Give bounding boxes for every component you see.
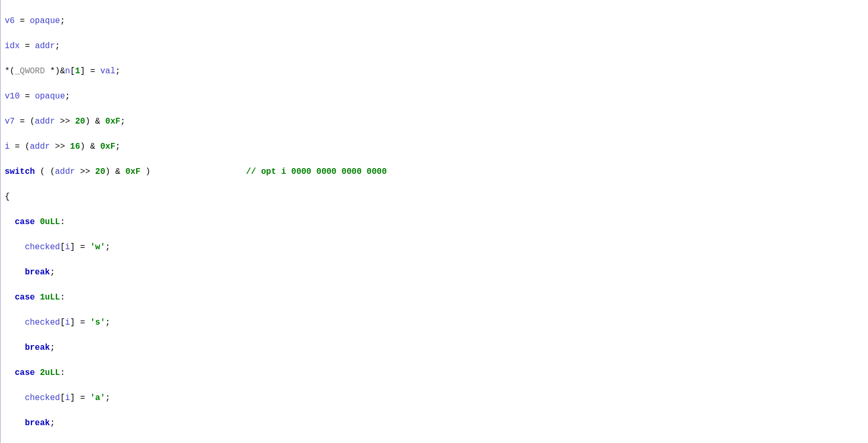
- code-line: case 1uLL:: [5, 291, 868, 304]
- identifier: i: [65, 242, 70, 252]
- identifier: idx: [5, 41, 20, 51]
- code-line: {: [5, 191, 868, 203]
- number: 16: [70, 142, 80, 151]
- code-line: break;: [5, 266, 868, 279]
- number: 1uLL: [40, 293, 60, 302]
- keyword-case: case: [15, 293, 35, 302]
- number: 20: [95, 167, 105, 176]
- identifier: checked: [25, 318, 60, 327]
- number: 0xF: [100, 142, 115, 151]
- code-line: case 0uLL:: [5, 216, 868, 228]
- number: 0xF: [125, 167, 140, 176]
- char-literal: 'a': [90, 393, 105, 403]
- identifier: addr: [55, 167, 75, 176]
- keyword-case: case: [15, 368, 35, 378]
- code-line: idx = addr;: [5, 40, 868, 52]
- identifier: checked: [25, 393, 60, 403]
- identifier: i: [65, 318, 70, 327]
- identifier: v10: [5, 92, 20, 101]
- number: 20: [75, 117, 85, 126]
- number: 1: [75, 67, 80, 76]
- code-line: checked[i] = 's';: [5, 316, 868, 329]
- number: 2uLL: [40, 368, 60, 378]
- keyword-break: break: [25, 418, 50, 428]
- code-line: checked[i] = 'w';: [5, 241, 868, 253]
- identifier: opaque: [30, 16, 60, 26]
- identifier: v6: [5, 16, 15, 26]
- code-line: switch ( (addr >> 20) & 0xF ) // opt i 0…: [5, 165, 868, 178]
- code-line: case 2uLL:: [5, 367, 868, 379]
- identifier: addr: [30, 142, 50, 151]
- brace: {: [5, 192, 10, 202]
- keyword-case: case: [15, 217, 35, 227]
- char-literal: 's': [90, 318, 105, 327]
- code-line: v7 = (addr >> 20) & 0xF;: [5, 115, 868, 128]
- identifier: val: [100, 67, 115, 76]
- keyword-break: break: [25, 268, 50, 277]
- keyword-switch: switch: [5, 167, 35, 176]
- code-block: v6 = opaque; idx = addr; *(_QWORD *)&n[1…: [0, 0, 868, 443]
- number: 0xF: [105, 117, 120, 126]
- identifier: opaque: [35, 92, 65, 101]
- keyword-break: break: [25, 343, 50, 352]
- comment: // opt i 0000 0000 0000 0000: [246, 167, 387, 176]
- code-line: checked[i] = 'a';: [5, 392, 868, 404]
- identifier: i: [5, 142, 10, 151]
- code-line: *(_QWORD *)&n[1] = val;: [5, 65, 868, 77]
- identifier: v7: [5, 117, 15, 126]
- code-line: break;: [5, 417, 868, 429]
- identifier: checked: [25, 242, 60, 252]
- identifier: addr: [35, 117, 55, 126]
- code-line: v10 = opaque;: [5, 90, 868, 103]
- identifier: n: [65, 67, 70, 76]
- code-line: break;: [5, 341, 868, 354]
- code-line: i = (addr >> 16) & 0xF;: [5, 140, 868, 153]
- code-line: v6 = opaque;: [5, 15, 868, 27]
- identifier: addr: [35, 41, 55, 51]
- char-literal: 'w': [90, 242, 105, 252]
- type: _QWORD: [15, 67, 50, 76]
- identifier: i: [65, 393, 70, 403]
- number: 0uLL: [40, 217, 60, 227]
